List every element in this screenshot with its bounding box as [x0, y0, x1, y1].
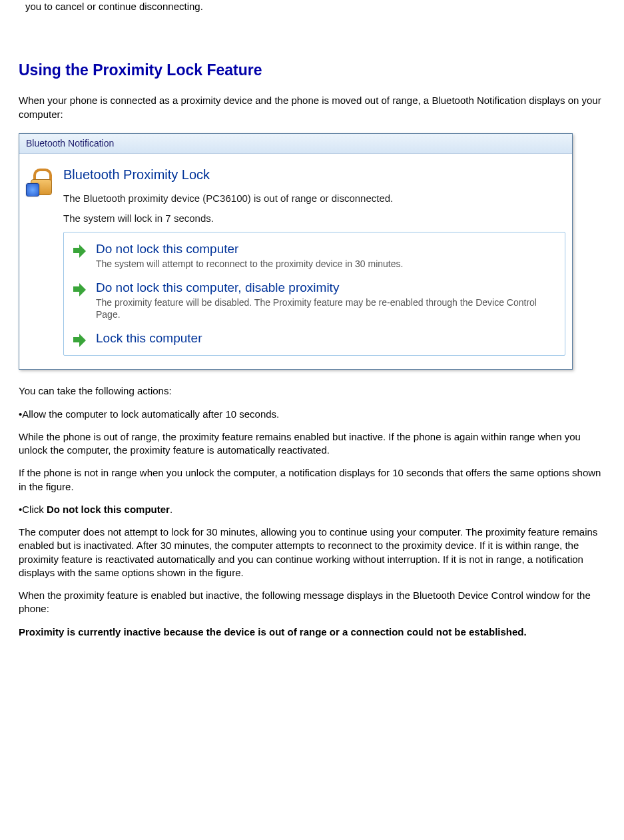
bluetooth-notification-dialog: Bluetooth Notification Bluetooth Proximi…: [19, 133, 573, 370]
option-main: Do not lock this computer, disable proxi…: [96, 280, 557, 296]
dialog-title: Bluetooth Proximity Lock: [63, 166, 565, 184]
arrow-right-icon: [73, 283, 87, 296]
arrow-right-icon: [73, 244, 87, 258]
dialog-line1: The Bluetooth proximity device (PC36100)…: [63, 192, 565, 205]
para-inactive-bold-msg: Proximity is currently inactive because …: [19, 626, 611, 639]
option-sub: The system will attempt to reconnect to …: [96, 258, 403, 270]
option-do-not-lock-disable[interactable]: Do not lock this computer, disable proxi…: [69, 276, 559, 327]
bold-do-not-lock: Do not lock this computer: [47, 504, 170, 515]
para-actions-intro: You can take the following actions:: [19, 384, 611, 398]
dialog-titlebar: Bluetooth Notification: [19, 134, 572, 154]
para-30min: The computer does not attempt to lock fo…: [19, 526, 611, 580]
para-not-in-range: If the phone is not in range when you un…: [19, 466, 611, 494]
option-sub: The proximity feature will be disabled. …: [96, 297, 557, 320]
para-while-out: While the phone is out of range, the pro…: [19, 430, 611, 458]
option-main: Do not lock this computer: [96, 242, 403, 257]
option-do-not-lock[interactable]: Do not lock this computer The system wil…: [69, 238, 559, 276]
option-lock[interactable]: Lock this computer: [69, 327, 559, 350]
bullet-allow-lock: •Allow the computer to lock automaticall…: [19, 408, 611, 421]
lock-bluetooth-icon: [30, 169, 53, 195]
bullet-click-do-not-lock: •Click Do not lock this computer.: [19, 503, 611, 516]
dialog-options: Do not lock this computer The system wil…: [63, 232, 565, 356]
dialog-line2: The system will lock in 7 seconds.: [63, 212, 565, 225]
arrow-right-icon: [73, 334, 87, 347]
section-heading: Using the Proximity Lock Feature: [19, 60, 611, 81]
intro-fragment: you to cancel or continue disconnecting.: [19, 0, 611, 13]
para-connected: When your phone is connected as a proxim…: [19, 94, 611, 121]
para-inactive-intro: When the proximity feature is enabled bu…: [19, 589, 611, 616]
option-main: Lock this computer: [96, 331, 202, 346]
